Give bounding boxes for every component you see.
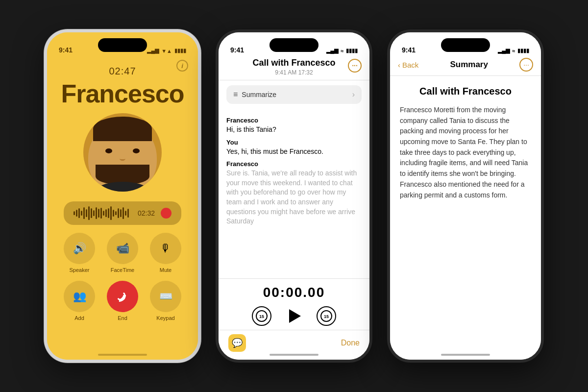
phone-active-call: 9:41 ▂▄▆ ▼▲ ▮▮▮▮ i 02:47 Francesco — [44, 29, 201, 363]
avatar-container — [83, 113, 162, 192]
add-icon-circle: 👥 — [64, 281, 95, 312]
memoji-face — [88, 122, 157, 192]
battery-icon-3: ▮▮▮▮ — [517, 48, 529, 54]
transcript-entry-3: Francesco Sure is. Tania, we're all read… — [226, 160, 362, 226]
keypad-button[interactable]: ⌨️ Keypad — [148, 281, 183, 321]
status-time-2: 9:41 — [230, 46, 244, 54]
summary-text: Francesco Moretti from the moving compan… — [400, 105, 531, 200]
add-button[interactable]: 👥 Add — [62, 281, 97, 321]
keypad-icon-circle: ⌨️ — [150, 281, 181, 312]
dynamic-island-3 — [441, 38, 490, 52]
speaker-label: Speaker — [70, 267, 90, 273]
transcript-entry-2: You Yes, hi, this must be Francesco. — [226, 139, 362, 157]
forward-icon: 15 — [320, 310, 333, 322]
facetime-icon-circle: 📹 — [107, 233, 138, 264]
caller-name: Francesco — [61, 79, 184, 108]
end-label: End — [118, 315, 127, 321]
forward-button[interactable]: 15 — [317, 306, 336, 326]
speaker-button[interactable]: 🔊 Speaker — [62, 233, 97, 273]
call-timer: 02:47 — [109, 66, 136, 77]
speaker-3: Francesco — [226, 160, 362, 168]
home-indicator-2 — [270, 354, 318, 356]
facetime-label: FaceTime — [111, 267, 135, 273]
battery-icon-2: ▮▮▮▮ — [346, 48, 358, 54]
transcript-subtitle: 9:41 AM 17:32 — [219, 69, 369, 76]
waveform — [74, 206, 132, 220]
end-call-icon — [116, 290, 129, 303]
transcript-screen: Call with Francesco 9:41 AM 17:32 ··· ≡ … — [219, 32, 369, 360]
mute-button[interactable]: 🎙 Mute — [148, 233, 183, 273]
mute-label: Mute — [160, 267, 172, 273]
back-chevron-icon: ‹ — [398, 61, 400, 69]
status-time-3: 9:41 — [402, 46, 416, 54]
chat-icon: 💬 — [232, 338, 243, 348]
playback-controls: 15 15 — [252, 305, 336, 327]
play-button[interactable] — [283, 305, 305, 327]
avatar-memoji — [83, 113, 162, 192]
call-buttons-grid: 🔊 Speaker 📹 FaceTime 🎙 Mute 👥 Add — [47, 233, 198, 321]
summary-screen: ‹ Back Summary ··· Call with Francesco F… — [390, 32, 541, 360]
summary-page-title: Summary — [450, 60, 488, 70]
summary-call-title: Call with Francesco — [400, 86, 531, 97]
summarize-button[interactable]: ≡ Summarize › — [226, 85, 362, 104]
rewind-button[interactable]: 15 — [252, 306, 271, 326]
keypad-label: Keypad — [156, 315, 174, 321]
info-button[interactable]: i — [176, 60, 188, 72]
back-label: Back — [402, 61, 418, 69]
playback-time: 00:00.00 — [263, 285, 325, 300]
add-label: Add — [74, 315, 84, 321]
summary-content: Call with Francesco Francesco Moretti fr… — [390, 76, 541, 210]
home-indicator-1 — [98, 354, 147, 356]
summarize-chevron-icon: › — [352, 90, 355, 99]
record-button[interactable] — [161, 208, 172, 219]
back-button[interactable]: ‹ Back — [398, 61, 418, 69]
speaker-icon-circle: 🔊 — [64, 233, 95, 264]
speaker-1: Francesco — [226, 117, 362, 124]
waveform-bar: 02:32 — [64, 201, 181, 225]
chat-button[interactable]: 💬 — [228, 334, 246, 352]
end-icon-circle — [107, 281, 138, 312]
speaker-2: You — [226, 139, 362, 146]
status-time-1: 9:41 — [59, 46, 73, 54]
status-icons-2: ▂▄▆ ≈ ▮▮▮▮ — [326, 48, 358, 54]
playback-section: 00:00.00 15 15 — [219, 278, 369, 330]
facetime-button[interactable]: 📹 FaceTime — [105, 233, 140, 273]
svg-text:15: 15 — [324, 314, 329, 319]
text-3: Sure is. Tania, we're all ready to assis… — [226, 169, 362, 226]
summary-more-button[interactable]: ··· — [519, 58, 533, 72]
end-button[interactable]: End — [105, 281, 140, 321]
memoji-shirt — [98, 182, 147, 192]
text-2: Yes, hi, this must be Francesco. — [226, 147, 362, 157]
transcript-title: Call with Francesco — [219, 58, 369, 68]
memoji-hair — [93, 117, 152, 141]
dynamic-island-2 — [270, 38, 318, 52]
memoji-beard — [96, 165, 149, 184]
wifi-icon: ▼▲ — [161, 48, 172, 54]
phone-summary: 9:41 ▂▄▆ ≈ ▮▮▮▮ ‹ Back Summary ··· Call … — [387, 29, 544, 363]
status-icons-1: ▂▄▆ ▼▲ ▮▮▮▮ — [147, 48, 186, 54]
phone-transcript: 9:41 ▂▄▆ ≈ ▮▮▮▮ Call with Francesco 9:41… — [216, 29, 372, 363]
summarize-left: ≡ Summarize — [233, 90, 276, 99]
wifi-icon-3: ≈ — [512, 48, 515, 54]
signal-icon: ▂▄▆ — [147, 48, 159, 54]
mute-icon-circle: 🎙 — [150, 233, 181, 264]
record-timer: 02:32 — [138, 209, 155, 217]
done-button[interactable]: Done — [341, 339, 360, 347]
transcript-entry-1: Francesco Hi, is this Tania? — [226, 117, 362, 135]
transcript-content: Francesco Hi, is this Tania? You Yes, hi… — [219, 109, 369, 278]
signal-icon-3: ▂▄▆ — [498, 48, 510, 54]
dynamic-island — [98, 38, 147, 52]
svg-text:15: 15 — [259, 314, 264, 319]
play-icon — [289, 309, 301, 323]
home-indicator-3 — [441, 354, 490, 356]
signal-icon-2: ▂▄▆ — [326, 48, 338, 54]
more-options-button[interactable]: ··· — [348, 59, 362, 73]
text-1: Hi, is this Tania? — [226, 125, 362, 135]
battery-icon: ▮▮▮▮ — [174, 48, 186, 54]
status-icons-3: ▂▄▆ ≈ ▮▮▮▮ — [498, 48, 529, 54]
summarize-label: Summarize — [242, 91, 276, 98]
call-screen: i 02:47 Francesco — [47, 32, 198, 360]
summarize-icon: ≡ — [233, 90, 238, 99]
rewind-icon: 15 — [255, 310, 268, 322]
wifi-icon-2: ≈ — [341, 48, 343, 54]
